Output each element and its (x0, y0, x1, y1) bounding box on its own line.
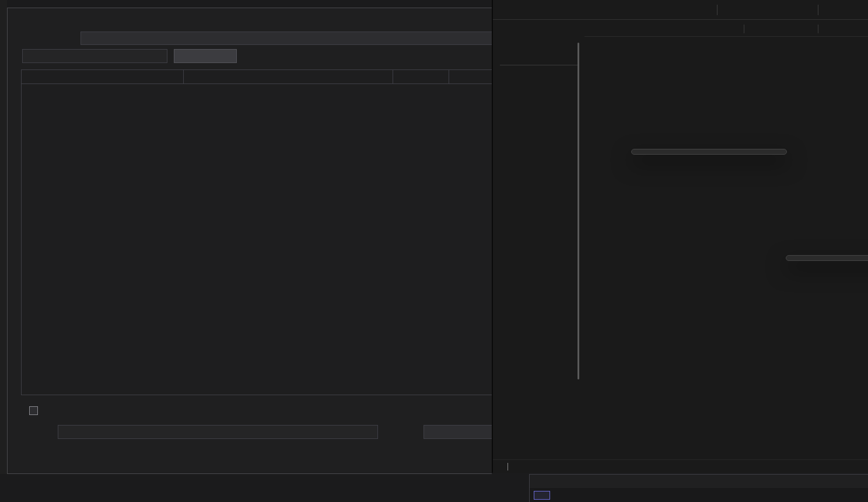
explorer-file-area (584, 21, 868, 460)
gallery-icon (510, 28, 520, 38)
editor-left-strip (0, 0, 7, 474)
vs-properties-panel (529, 474, 868, 502)
track-window-icon (200, 52, 208, 60)
more-options-button[interactable] (818, 5, 844, 15)
file-explorer-window (492, 0, 868, 473)
sort-button[interactable] (718, 5, 768, 15)
onedrive-cloud-icon (510, 47, 520, 57)
chevron-down-icon (798, 6, 804, 13)
ellipsis-icon (827, 5, 836, 15)
column-header-process[interactable] (22, 70, 184, 83)
check-icon (30, 407, 37, 414)
column-header-username[interactable] (449, 70, 492, 83)
file-list-column-headers (584, 21, 868, 37)
sort-icon (732, 5, 741, 15)
column-divider[interactable] (744, 25, 744, 33)
attach-to-field[interactable] (58, 425, 378, 439)
plus-circle-icon (500, 5, 509, 15)
sidebar-item-gallery[interactable] (495, 23, 582, 42)
process-table-header (22, 70, 492, 84)
properties-panel-body (530, 488, 868, 502)
column-header-type[interactable] (393, 70, 449, 83)
column-header-title[interactable] (184, 70, 393, 83)
clear-filter-icon[interactable] (145, 53, 152, 60)
sidebar-scrollbar[interactable] (578, 43, 579, 379)
process-table (21, 69, 492, 395)
screen (0, 0, 868, 502)
new-plus-submenu (786, 255, 868, 261)
column-divider[interactable] (818, 25, 818, 33)
view-lines-icon (782, 5, 791, 15)
context-menu (631, 149, 787, 155)
explorer-status-bar (493, 459, 868, 473)
properties-panel-title (530, 475, 868, 476)
chevron-down-icon (748, 6, 754, 13)
process-filter-input[interactable] (22, 49, 167, 63)
chevron-down-icon (517, 6, 524, 13)
show-processes-checkbox[interactable] (29, 406, 38, 415)
view-button[interactable] (768, 5, 818, 15)
file-list (584, 37, 868, 40)
sidebar-divider (500, 65, 578, 65)
status-divider (508, 463, 508, 470)
explorer-toolbar (493, 0, 868, 20)
connection-type-combobox[interactable] (80, 32, 492, 45)
sort-ascending-icon (30, 74, 36, 80)
explorer-sidebar (493, 21, 584, 460)
filter-dropdown-icon[interactable] (156, 53, 163, 60)
chevron-down-icon[interactable] (500, 48, 506, 55)
properties-field[interactable] (534, 491, 550, 500)
attach-to-process-dialog (7, 8, 492, 474)
sidebar-item-onedrive[interactable] (495, 42, 582, 61)
code-type-combobox[interactable] (424, 425, 492, 439)
track-window-button[interactable] (174, 49, 237, 63)
new-button[interactable] (500, 5, 549, 15)
